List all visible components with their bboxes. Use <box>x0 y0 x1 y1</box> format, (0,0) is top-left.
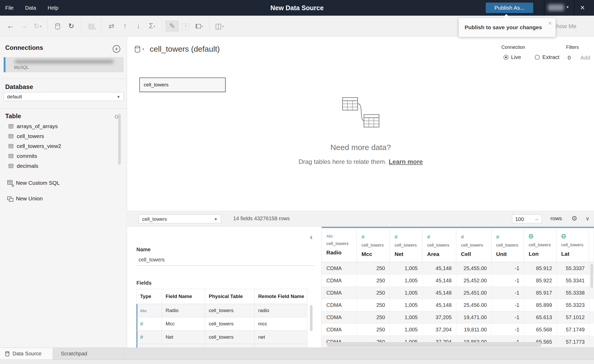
redo-icon[interactable]: → <box>17 22 31 30</box>
table-node[interactable]: cell_towers <box>139 77 226 92</box>
sidebar-table-item[interactable]: cell_towers <box>0 131 127 141</box>
grid-cell: 19,811.00 <box>457 324 492 336</box>
column-table-label: cell_towers <box>529 242 556 248</box>
field-row[interactable]: #Mcccell_towersmcc <box>136 317 307 331</box>
dropdown-caret-icon: ▼ <box>214 217 218 221</box>
custom-sql-icon: ⚙ <box>7 180 13 186</box>
user-menu-caret-icon[interactable]: ▾ <box>567 5 569 9</box>
grid-column-header[interactable]: #cell_towersArea <box>422 227 456 262</box>
grid-horizontal-scrollbar-thumb[interactable] <box>327 342 541 347</box>
collapse-grid-chevron-icon[interactable]: ∨ <box>585 215 590 222</box>
sidebar-table-item[interactable]: arrays_of_arrays <box>0 121 127 131</box>
grid-column-header[interactable]: Abccell_towersRadio <box>322 227 357 262</box>
publish-as-button[interactable]: Publish As... <box>486 3 533 13</box>
field-cell <box>255 344 307 348</box>
grid-cell: 1,005 <box>390 324 423 336</box>
tab-data-source[interactable]: Data Source <box>0 348 53 360</box>
field-type-cell: Abc <box>136 304 162 317</box>
table-select[interactable]: cell_towers ▼ <box>139 214 221 223</box>
sidebar-table-item[interactable]: decimals <box>0 161 127 171</box>
extract-radio-label[interactable]: Extract <box>542 54 559 60</box>
name-value[interactable]: cell_towers <box>139 257 165 263</box>
column-name-label: Area <box>427 251 456 257</box>
new-union-button[interactable]: New Union <box>0 193 127 204</box>
highlight-icon[interactable]: ✎ <box>165 20 179 32</box>
grid-column-header[interactable]: #cell_towersCell <box>456 227 491 262</box>
pause-updates-icon[interactable] <box>51 22 64 30</box>
grid-cell: -1 <box>492 324 524 336</box>
grid-cell: -1 <box>492 275 524 287</box>
window-close-icon[interactable]: × <box>580 3 585 12</box>
swap-rows-columns-icon[interactable]: ⇄ <box>105 22 118 30</box>
grid-cell: CDMA <box>322 262 357 275</box>
tab-label: Scratchpad <box>61 351 87 357</box>
grid-column-header[interactable]: #cell_towersUnit <box>491 227 524 262</box>
title-bar: File Data Help New Data Source Publish A… <box>0 0 594 16</box>
field-type-cell: # <box>136 317 162 330</box>
grid-column-header[interactable]: #cell_towersNet <box>390 227 422 262</box>
new-custom-sql-button[interactable]: ⚙ New Custom SQL <box>0 178 127 188</box>
grid-column-header[interactable]: #cell_towersMcc <box>357 227 390 262</box>
fields-header-cell: Type <box>136 289 162 304</box>
grid-cell: 85.912 <box>524 262 557 275</box>
totals-sigma-icon[interactable]: Σ▾ <box>145 22 159 30</box>
field-row[interactable]: AbcRadiocell_towersradio <box>136 304 307 317</box>
extract-radio[interactable] <box>535 55 540 60</box>
table-item-label: decimals <box>17 163 38 169</box>
grid-cell: 45,148 <box>423 262 457 275</box>
grid-cell: CDMA <box>322 311 357 324</box>
sort-ascending-icon[interactable]: ↑ <box>118 22 132 30</box>
database-select[interactable]: default ▼ <box>4 92 124 101</box>
grid-cell: CDMA <box>322 299 357 311</box>
tab-scratchpad[interactable]: Scratchpad <box>53 348 124 360</box>
grid-cell: 1,005 <box>390 287 423 299</box>
connection-item[interactable]: MySQL <box>4 57 124 72</box>
table-list: arrays_of_arrayscell_towerscell_towers_v… <box>0 121 127 171</box>
field-name-cell: Radio <box>162 304 205 317</box>
replay-icon[interactable]: ↻▾ <box>31 22 44 30</box>
field-row[interactable]: #Netcell_towersnet <box>136 331 307 344</box>
apply-rows-arrow-icon[interactable]: → <box>534 216 539 222</box>
cancel-query-icon[interactable]: ▤× <box>85 22 98 30</box>
grid-vertical-scrollbar-thumb[interactable] <box>590 264 593 288</box>
run-update-icon[interactable]: ↻ <box>64 22 78 30</box>
learn-more-link[interactable]: Learn more <box>389 158 423 165</box>
grid-column-header[interactable]: cell_towersLat <box>556 227 589 262</box>
field-remote-name-cell: radio <box>255 304 307 317</box>
grid-cell: 250 <box>357 311 390 324</box>
fit-view-icon[interactable]: ▾ <box>193 22 206 30</box>
grid-column-header[interactable]: cell_towersLon <box>524 227 556 262</box>
tooltip-close-icon[interactable]: × <box>548 20 552 27</box>
gear-icon[interactable]: ⚙ <box>571 214 577 223</box>
table-heading: Table <box>5 112 21 120</box>
show-me-label[interactable]: Show Me <box>553 23 577 30</box>
show-me-panel-icon[interactable]: ◫▾ <box>213 22 226 30</box>
search-icon[interactable] <box>115 115 118 118</box>
datasource-caret-icon[interactable]: ▾ <box>142 47 144 51</box>
live-radio[interactable] <box>503 55 508 60</box>
add-connection-icon[interactable]: + <box>113 45 120 53</box>
collapse-pane-icon[interactable]: ‹ <box>310 232 313 241</box>
column-table-label: cell_towers <box>461 243 491 248</box>
fields-scrollbar-thumb[interactable] <box>310 305 313 331</box>
sidebar-scrollbar-thumb[interactable] <box>118 114 121 165</box>
app-window: File Data Help New Data Source Publish A… <box>0 0 594 364</box>
grid-cell: CDMA <box>322 287 357 299</box>
filters-add-link[interactable]: Add <box>580 55 590 61</box>
sidebar-table-item[interactable]: cell_towers_view2 <box>0 141 127 151</box>
row-limit-input[interactable]: 100 → <box>512 214 542 223</box>
string-type-icon: Abc <box>326 234 333 238</box>
number-type-icon: # <box>140 334 143 340</box>
table-icon <box>9 164 13 168</box>
sidebar-table-item[interactable]: commits <box>0 151 127 161</box>
datasource-icon[interactable] <box>135 46 140 53</box>
live-radio-label[interactable]: Live <box>511 54 521 60</box>
sort-descending-icon[interactable]: ↓ <box>132 22 145 30</box>
toolbar-divider <box>209 19 209 33</box>
fields-table: TypeField NamePhysical TableRemote Field… <box>136 289 307 348</box>
show-mark-labels-icon[interactable]: T <box>179 22 193 30</box>
toolbar-divider <box>81 19 81 33</box>
undo-icon[interactable]: ← <box>4 22 17 30</box>
user-account-blurred[interactable] <box>548 4 564 11</box>
fields-header-row: TypeField NamePhysical TableRemote Field… <box>136 289 307 304</box>
